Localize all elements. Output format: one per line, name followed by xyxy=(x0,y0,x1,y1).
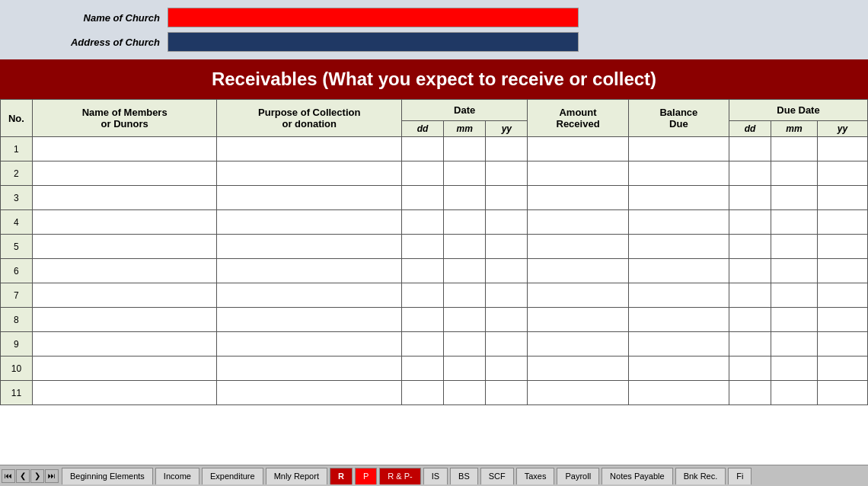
data-cell[interactable] xyxy=(444,381,486,405)
data-cell[interactable] xyxy=(486,186,528,210)
data-cell[interactable] xyxy=(729,259,771,283)
data-cell[interactable] xyxy=(217,161,402,186)
address-input[interactable] xyxy=(168,32,579,52)
data-cell[interactable] xyxy=(217,357,402,381)
tab-notes-payable[interactable]: Notes Payable xyxy=(602,468,673,484)
data-cell[interactable] xyxy=(771,381,818,405)
data-cell[interactable] xyxy=(402,137,444,161)
data-cell[interactable] xyxy=(817,381,867,405)
data-cell[interactable] xyxy=(217,137,402,161)
data-cell[interactable] xyxy=(771,235,818,259)
tab-p[interactable]: P xyxy=(355,468,377,484)
data-cell[interactable] xyxy=(528,308,628,332)
data-cell[interactable] xyxy=(817,308,867,332)
data-cell[interactable] xyxy=(217,210,402,235)
data-cell[interactable] xyxy=(817,137,867,161)
data-cell[interactable] xyxy=(628,186,729,210)
data-cell[interactable] xyxy=(32,161,217,186)
data-cell[interactable] xyxy=(729,332,771,357)
data-cell[interactable] xyxy=(771,137,818,161)
data-cell[interactable] xyxy=(817,357,867,381)
data-cell[interactable] xyxy=(771,259,818,283)
data-cell[interactable] xyxy=(817,235,867,259)
data-cell[interactable] xyxy=(486,381,528,405)
data-cell[interactable] xyxy=(771,332,818,357)
tab-beginning-elements[interactable]: Beginning Elements xyxy=(62,468,153,484)
data-cell[interactable] xyxy=(528,283,628,308)
data-cell[interactable] xyxy=(486,283,528,308)
data-cell[interactable] xyxy=(217,381,402,405)
data-cell[interactable] xyxy=(217,259,402,283)
data-cell[interactable] xyxy=(32,308,217,332)
data-cell[interactable] xyxy=(771,283,818,308)
data-cell[interactable] xyxy=(628,210,729,235)
data-cell[interactable] xyxy=(729,283,771,308)
data-cell[interactable] xyxy=(528,235,628,259)
data-cell[interactable] xyxy=(771,357,818,381)
data-cell[interactable] xyxy=(628,259,729,283)
tab-expenditure[interactable]: Expenditure xyxy=(202,468,263,484)
data-cell[interactable] xyxy=(817,259,867,283)
tab-nav-next-next[interactable]: ⏭ xyxy=(45,469,59,483)
data-cell[interactable] xyxy=(32,381,217,405)
data-cell[interactable] xyxy=(528,381,628,405)
data-cell[interactable] xyxy=(628,308,729,332)
name-input[interactable] xyxy=(168,8,579,27)
data-cell[interactable] xyxy=(486,357,528,381)
data-cell[interactable] xyxy=(444,235,486,259)
data-cell[interactable] xyxy=(486,235,528,259)
tab-fi[interactable]: Fi xyxy=(728,468,752,484)
data-cell[interactable] xyxy=(444,259,486,283)
data-cell[interactable] xyxy=(444,308,486,332)
data-cell[interactable] xyxy=(729,186,771,210)
data-cell[interactable] xyxy=(32,186,217,210)
data-cell[interactable] xyxy=(628,381,729,405)
data-cell[interactable] xyxy=(729,161,771,186)
data-cell[interactable] xyxy=(771,161,818,186)
data-cell[interactable] xyxy=(528,161,628,186)
data-cell[interactable] xyxy=(528,186,628,210)
data-cell[interactable] xyxy=(628,161,729,186)
data-cell[interactable] xyxy=(628,283,729,308)
tab-is[interactable]: IS xyxy=(423,468,448,484)
data-cell[interactable] xyxy=(402,381,444,405)
data-cell[interactable] xyxy=(444,186,486,210)
data-cell[interactable] xyxy=(528,210,628,235)
data-cell[interactable] xyxy=(486,332,528,357)
data-cell[interactable] xyxy=(771,308,818,332)
tab-scf[interactable]: SCF xyxy=(480,468,514,484)
data-cell[interactable] xyxy=(628,357,729,381)
data-cell[interactable] xyxy=(729,235,771,259)
data-cell[interactable] xyxy=(486,161,528,186)
data-cell[interactable] xyxy=(402,357,444,381)
data-cell[interactable] xyxy=(402,283,444,308)
data-cell[interactable] xyxy=(402,332,444,357)
tab-nav-prev-prev[interactable]: ⏮ xyxy=(2,469,15,483)
data-cell[interactable] xyxy=(402,259,444,283)
data-cell[interactable] xyxy=(628,332,729,357)
tab-bnk-rec[interactable]: Bnk Rec. xyxy=(675,468,726,484)
data-cell[interactable] xyxy=(444,210,486,235)
data-cell[interactable] xyxy=(444,283,486,308)
tab-nav-prev[interactable]: ❮ xyxy=(16,469,30,483)
data-cell[interactable] xyxy=(402,210,444,235)
tab-r-p[interactable]: R & P- xyxy=(379,468,420,484)
tab-income[interactable]: Income xyxy=(155,468,199,484)
data-cell[interactable] xyxy=(444,137,486,161)
data-cell[interactable] xyxy=(217,186,402,210)
data-cell[interactable] xyxy=(729,308,771,332)
data-cell[interactable] xyxy=(402,308,444,332)
data-cell[interactable] xyxy=(628,137,729,161)
data-cell[interactable] xyxy=(628,235,729,259)
data-cell[interactable] xyxy=(817,283,867,308)
data-cell[interactable] xyxy=(486,259,528,283)
data-cell[interactable] xyxy=(528,137,628,161)
data-cell[interactable] xyxy=(32,332,217,357)
tab-taxes[interactable]: Taxes xyxy=(516,468,555,484)
data-cell[interactable] xyxy=(444,161,486,186)
data-cell[interactable] xyxy=(528,332,628,357)
data-cell[interactable] xyxy=(486,308,528,332)
data-cell[interactable] xyxy=(217,235,402,259)
data-cell[interactable] xyxy=(32,259,217,283)
data-cell[interactable] xyxy=(729,381,771,405)
